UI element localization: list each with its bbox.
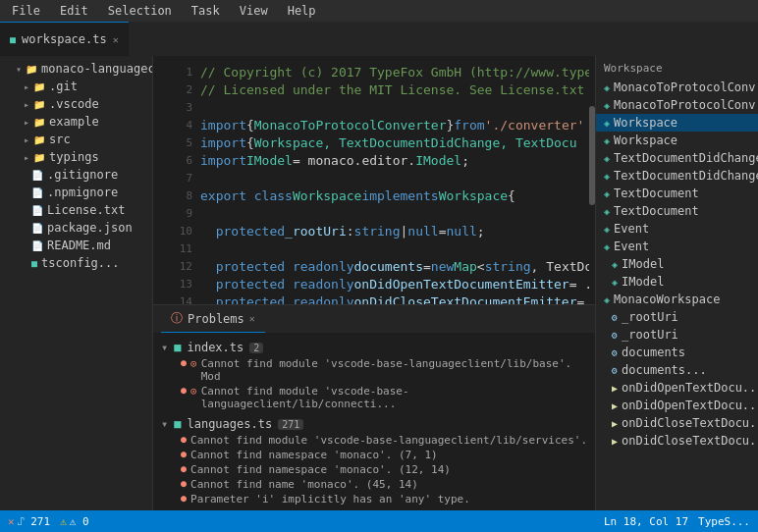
list-item: ● Cannot find namespace 'monaco'. (12, 1… [161,462,587,477]
editor[interactable]: 1 // Copyright (c) 2017 TypeFox GmbH (ht… [153,56,595,304]
tab-problems[interactable]: ⓘ Problems ✕ [161,305,265,333]
outline-item[interactable]: ◈ IModel [596,273,758,291]
outline-item[interactable]: ▶ onDidCloseTextDocu... [596,432,758,450]
main-layout: ▾ 📁 monaco-languageclient ▸ 📁 .git ▸ 📁 .… [0,56,758,510]
status-errors[interactable]: ✕ ⑀ 271 [8,515,50,528]
outline-label: Workspace [614,133,677,147]
outline-label: TextDocument [614,186,699,200]
code-text: export class [200,187,293,205]
problem-group-languages: ▾ ■ languages.ts 271 ● Cannot find modul… [153,413,595,508]
sidebar-item-tsconfig[interactable]: ■ tsconfig... [0,254,152,272]
sidebar-item-git[interactable]: ▸ 📁 .git [0,78,152,95]
menu-edit[interactable]: Edit [56,2,92,20]
line-number: 2 [161,81,192,99]
outline-item[interactable]: ◈ Event [596,238,758,255]
outline-label: documents [622,346,685,359]
outline-item-onopen[interactable]: ▶ onDidOpenTextDocu... [596,379,758,397]
problem-file[interactable]: ▾ ■ index.ts 2 [161,339,587,356]
menu-file[interactable]: File [8,2,44,20]
ts-file-icon: ■ [10,34,16,45]
chevron-right-icon: ▸ [24,134,29,145]
outline-item[interactable]: ⚙ _rootUri [596,326,758,344]
menu-help[interactable]: Help [284,2,320,20]
line-number: 6 [161,152,192,170]
interface-icon: ◈ [604,171,610,182]
editor-line: 9 [153,205,595,223]
outline-label: onDidCloseTextDocu... [622,416,758,430]
menu-task[interactable]: Task [188,2,224,20]
problem-file[interactable]: ▾ ■ languages.ts 271 [161,415,587,433]
outline-item[interactable]: ◈ MonacoToProtocolConv... [596,79,758,96]
menu-selection[interactable]: Selection [104,2,176,20]
interface-icon: ◈ [604,224,610,235]
chevron-down-icon: ▾ [161,341,168,354]
sidebar-item-gitignore[interactable]: 📄 .gitignore [0,166,152,184]
line-number: 7 [161,170,192,187]
sidebar-item-npmignore[interactable]: 📄 .npmignore [0,184,152,201]
outline-item-title: Workspace [596,60,758,79]
line-number: 5 [161,134,192,152]
outline-item[interactable]: ◈ IModel [596,255,758,273]
warning-count: ⚠ 0 [70,515,89,528]
outline-item-workspace[interactable]: ◈ Workspace [596,114,758,132]
outline-item-monacoworkspace[interactable]: ◈ MonacoWorkspace [596,291,758,308]
scrollbar-track [589,56,595,304]
error-icon: ● [181,449,187,459]
panel-tab-close-button[interactable]: ✕ [249,313,255,324]
status-language[interactable]: TypeS... [698,515,750,528]
folder-icon: 📁 [26,64,37,75]
error-icon: ✕ [8,515,15,528]
outline-item[interactable]: ◈ MonacoToProtocolConv... [596,96,758,114]
sidebar-item-license[interactable]: 📄 License.txt [0,201,152,219]
outline-item[interactable]: ◈ Workspace [596,132,758,149]
folder-icon: 📁 [33,152,45,163]
problem-text: Cannot find module 'vscode-base-language… [201,385,587,410]
problem-text: Cannot find name 'monaco'. (45, 14) [190,478,418,491]
status-position[interactable]: Ln 18, Col 17 [604,515,688,528]
panel-content: ▾ ■ index.ts 2 ● ⊙ Cannot find module 'v… [153,333,595,510]
error-icon: ● [181,493,187,504]
interface-icon: ◈ [612,259,618,270]
sidebar-item-typings[interactable]: ▸ 📁 typings [0,148,152,166]
tab-close-button[interactable]: ✕ [113,34,119,45]
sidebar-item-vscode[interactable]: ▸ 📁 .vscode [0,95,152,113]
outline-item-documents[interactable]: ⚙ documents [596,344,758,361]
panel-tab-bar: ⓘ Problems ✕ [153,305,595,333]
sidebar-item-src[interactable]: ▸ 📁 src [0,131,152,148]
tab-workspace-ts[interactable]: ■ workspace.ts ✕ [0,22,129,56]
outline-item[interactable]: ▶ onDidOpenTextDocu... [596,397,758,414]
sidebar-label: .npmignore [47,186,118,199]
problem-count: 271 [278,419,303,430]
outline-item-rooturi[interactable]: ⚙ _rootUri [596,308,758,326]
sidebar-label: src [49,133,71,146]
outline-item[interactable]: ◈ Event [596,220,758,238]
scrollbar-thumb[interactable] [589,106,595,205]
outline-label: _rootUri [622,310,678,324]
error-count: ⑀ 271 [18,515,51,528]
editor-line: 12 protected readonly documents = new Ma… [153,258,595,276]
problem-message: ⊙ [190,385,197,398]
interface-icon: ◈ [604,135,610,146]
chevron-right-icon: ▸ [24,81,29,92]
sidebar-item-package[interactable]: 📄 package.json [0,219,152,237]
error-icon: ● [181,478,187,489]
sidebar-item-readme[interactable]: 📄 README.md [0,237,152,254]
status-warnings[interactable]: ⚠ ⚠ 0 [60,515,89,528]
line-number: 3 [161,99,192,117]
method-icon: ▶ [612,383,618,394]
editor-line: 7 [153,170,595,187]
line-number: 8 [161,187,192,205]
outline-label: Event [614,239,649,253]
menu-view[interactable]: View [236,2,272,20]
outline-item[interactable]: ◈ TextDocument [596,185,758,202]
outline-label: MonacoToProtocolConv... [614,98,758,112]
status-bar: ✕ ⑀ 271 ⚠ ⚠ 0 Ln 18, Col 17 TypeS... [0,510,758,532]
sidebar-item-example[interactable]: ▸ 📁 example [0,113,152,131]
sidebar-item-root[interactable]: ▾ 📁 monaco-languageclient [0,60,152,78]
outline-item[interactable]: ◈ TextDocumentDidChange [596,167,758,185]
tab-bar: ■ workspace.ts ✕ [0,22,758,56]
outline-item[interactable]: ◈ TextDocument [596,202,758,220]
outline-item[interactable]: ⚙ documents... [596,361,758,379]
outline-item-onclose[interactable]: ▶ onDidCloseTextDocu... [596,414,758,432]
outline-item[interactable]: ◈ TextDocumentDidChange [596,149,758,167]
